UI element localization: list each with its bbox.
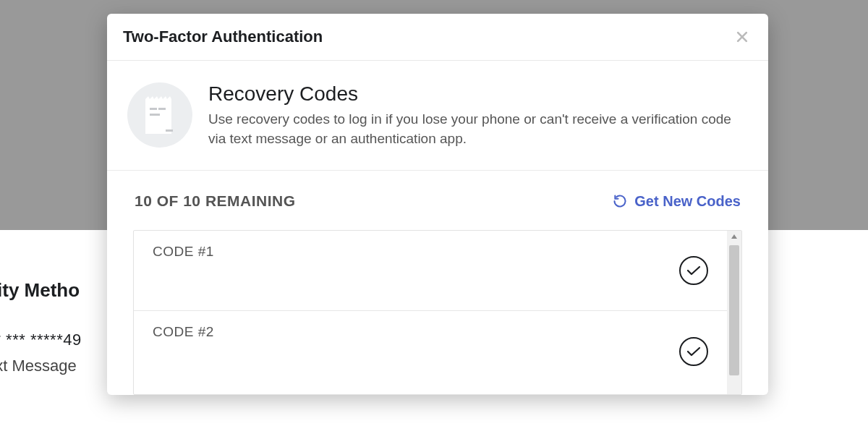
svg-rect-3	[150, 108, 157, 110]
intro-text: Recovery Codes Use recovery codes to log…	[208, 82, 742, 148]
svg-marker-7	[731, 234, 737, 239]
codes-bar: 10 OF 10 REMAINING Get New Codes	[133, 192, 742, 210]
modal-header: Two-Factor Authentication	[107, 14, 768, 61]
close-button[interactable]	[732, 27, 752, 47]
scroll-up-arrow-icon[interactable]	[727, 232, 741, 241]
scrollbar-thumb[interactable]	[729, 245, 739, 375]
two-factor-modal: Two-Factor Authentication Recovery Codes…	[107, 14, 768, 395]
scrollbar[interactable]	[727, 231, 741, 394]
code-label: CODE #2	[153, 324, 214, 340]
codes-list-wrap: CODE #1 CODE #2	[133, 230, 742, 395]
modal-title: Two-Factor Authentication	[123, 27, 323, 46]
code-row[interactable]: CODE #1	[134, 231, 727, 311]
codes-list: CODE #1 CODE #2	[134, 231, 727, 394]
background-method: Text Message	[0, 357, 82, 375]
svg-rect-6	[166, 129, 173, 132]
code-label: CODE #1	[153, 244, 214, 260]
close-icon	[735, 30, 749, 44]
background-heading: urity Metho	[0, 279, 82, 302]
svg-rect-4	[158, 108, 166, 110]
notepad-icon	[127, 82, 192, 148]
intro-description: Use recovery codes to log in if you lose…	[208, 110, 742, 148]
get-new-codes-label: Get New Codes	[634, 193, 741, 210]
modal-intro: Recovery Codes Use recovery codes to log…	[107, 61, 768, 171]
intro-heading: Recovery Codes	[208, 82, 742, 106]
codes-remaining: 10 OF 10 REMAINING	[135, 192, 296, 210]
codes-section: 10 OF 10 REMAINING Get New Codes CODE #1	[107, 171, 768, 395]
svg-rect-2	[145, 99, 171, 134]
background-phone-number: +** *** *****49	[0, 331, 82, 349]
background-content: urity Metho +** *** *****49 Text Message	[0, 279, 82, 375]
code-row[interactable]: CODE #2	[134, 311, 727, 391]
checkmark-circle-icon	[679, 337, 708, 366]
get-new-codes-button[interactable]: Get New Codes	[613, 193, 741, 210]
checkmark-circle-icon	[679, 256, 708, 285]
refresh-icon	[613, 194, 627, 208]
svg-rect-5	[150, 114, 160, 116]
